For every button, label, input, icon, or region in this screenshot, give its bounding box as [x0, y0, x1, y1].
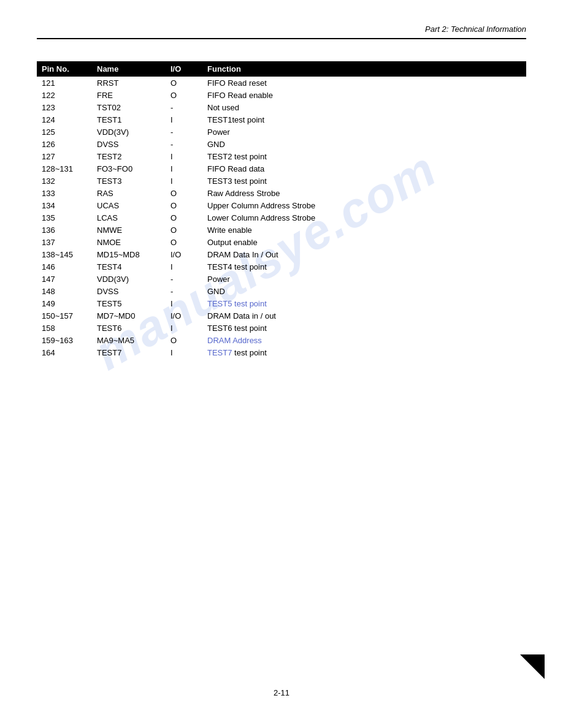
cell-pin: 137 — [37, 236, 92, 248]
pin-table: Pin No. Name I/O Function 121RRSTOFIFO R… — [37, 61, 526, 358]
table-row: 132TEST3ITEST3 test point — [37, 175, 526, 187]
cell-function: Power — [202, 273, 526, 285]
cell-io: I — [166, 150, 202, 162]
cell-name: FRE — [92, 89, 166, 101]
cell-function: Write enable — [202, 224, 526, 236]
cell-name: TEST4 — [92, 260, 166, 273]
cell-io: O — [166, 334, 202, 346]
cell-pin: 127 — [37, 150, 92, 162]
cell-name: TEST7 — [92, 346, 166, 358]
cell-name: TST02 — [92, 101, 166, 113]
cell-pin: 125 — [37, 126, 92, 138]
cell-name: FO3~FO0 — [92, 162, 166, 175]
cell-io: - — [166, 285, 202, 297]
cell-function: GND — [202, 138, 526, 150]
cell-pin: 159~163 — [37, 334, 92, 346]
cell-name: MD7~MD0 — [92, 309, 166, 322]
cell-pin: 133 — [37, 187, 92, 199]
cell-io: I/O — [166, 248, 202, 260]
cell-name: TEST1 — [92, 113, 166, 126]
cell-function: TEST5 test point — [202, 297, 526, 309]
cell-function: FIFO Read enable — [202, 89, 526, 101]
cell-io: O — [166, 236, 202, 248]
cell-io: I — [166, 113, 202, 126]
cell-name: MA9~MA5 — [92, 334, 166, 346]
cell-pin: 121 — [37, 77, 92, 89]
cell-io: O — [166, 211, 202, 224]
cell-io: I — [166, 260, 202, 273]
cell-pin: 148 — [37, 285, 92, 297]
table-row: 150~157MD7~MD0I/ODRAM Data in / out — [37, 309, 526, 322]
cell-name: NMOE — [92, 236, 166, 248]
table-row: 164TEST7ITEST7 test point — [37, 346, 526, 358]
cell-io: I — [166, 322, 202, 334]
header-line — [37, 38, 526, 39]
cell-name: VDD(3V) — [92, 126, 166, 138]
cell-io: O — [166, 77, 202, 89]
table-row: 159~163MA9~MA5ODRAM Address — [37, 334, 526, 346]
cell-io: O — [166, 89, 202, 101]
cell-pin: 124 — [37, 113, 92, 126]
cell-function: FIFO Read data — [202, 162, 526, 175]
cell-function: TEST4 test point — [202, 260, 526, 273]
cell-function: TEST7 test point — [202, 346, 526, 358]
cell-io: - — [166, 138, 202, 150]
cell-name: VDD(3V) — [92, 273, 166, 285]
cell-pin: 134 — [37, 199, 92, 211]
cell-pin: 135 — [37, 211, 92, 224]
cell-io: I — [166, 175, 202, 187]
cell-pin: 146 — [37, 260, 92, 273]
cell-io: - — [166, 273, 202, 285]
cell-pin: 128~131 — [37, 162, 92, 175]
cell-function: DRAM Address — [202, 334, 526, 346]
cell-name: TEST5 — [92, 297, 166, 309]
table-row: 148DVSS-GND — [37, 285, 526, 297]
table-row: 137NMOEOOutput enable — [37, 236, 526, 248]
cell-function: DRAM Data in / out — [202, 309, 526, 322]
table-row: 122FREOFIFO Read enable — [37, 89, 526, 101]
cell-io: I/O — [166, 309, 202, 322]
cell-pin: 164 — [37, 346, 92, 358]
table-row: 121RRSTOFIFO Read reset — [37, 77, 526, 89]
table-row: 149TEST5ITEST5 test point — [37, 297, 526, 309]
col-header-pin: Pin No. — [37, 61, 92, 77]
cell-pin: 136 — [37, 224, 92, 236]
col-header-io: I/O — [166, 61, 202, 77]
cell-name: NMWE — [92, 224, 166, 236]
cell-function: TEST3 test point — [202, 175, 526, 187]
cell-io: I — [166, 346, 202, 358]
cell-function: FIFO Read reset — [202, 77, 526, 89]
cell-function: TEST2 test point — [202, 150, 526, 162]
page-number: 2-11 — [274, 688, 289, 697]
cell-function: TEST1test point — [202, 113, 526, 126]
cell-name: LCAS — [92, 211, 166, 224]
cell-name: DVSS — [92, 138, 166, 150]
cell-pin: 158 — [37, 322, 92, 334]
cell-name: UCAS — [92, 199, 166, 211]
corner-triangle-decoration — [520, 654, 545, 679]
table-row: 147VDD(3V)-Power — [37, 273, 526, 285]
cell-function: Raw Address Strobe — [202, 187, 526, 199]
table-row: 146TEST4ITEST4 test point — [37, 260, 526, 273]
cell-name: RRST — [92, 77, 166, 89]
cell-function: TEST6 test point — [202, 322, 526, 334]
header-title: Part 2: Technical Information — [425, 25, 526, 34]
cell-name: RAS — [92, 187, 166, 199]
col-header-function: Function — [202, 61, 526, 77]
cell-pin: 138~145 — [37, 248, 92, 260]
table-header-row: Pin No. Name I/O Function — [37, 61, 526, 77]
table-row: 138~145MD15~MD8I/ODRAM Data In / Out — [37, 248, 526, 260]
cell-io: - — [166, 101, 202, 113]
cell-function: Lower Column Address Strobe — [202, 211, 526, 224]
table-row: 135LCASOLower Column Address Strobe — [37, 211, 526, 224]
cell-name: MD15~MD8 — [92, 248, 166, 260]
cell-function: GND — [202, 285, 526, 297]
cell-io: O — [166, 187, 202, 199]
cell-pin: 150~157 — [37, 309, 92, 322]
table-row: 134UCASOUpper Column Address Strobe — [37, 199, 526, 211]
table-container: Pin No. Name I/O Function 121RRSTOFIFO R… — [37, 61, 526, 358]
cell-pin: 126 — [37, 138, 92, 150]
cell-function: Not used — [202, 101, 526, 113]
table-row: 124TEST1ITEST1test point — [37, 113, 526, 126]
table-row: 128~131FO3~FO0IFIFO Read data — [37, 162, 526, 175]
